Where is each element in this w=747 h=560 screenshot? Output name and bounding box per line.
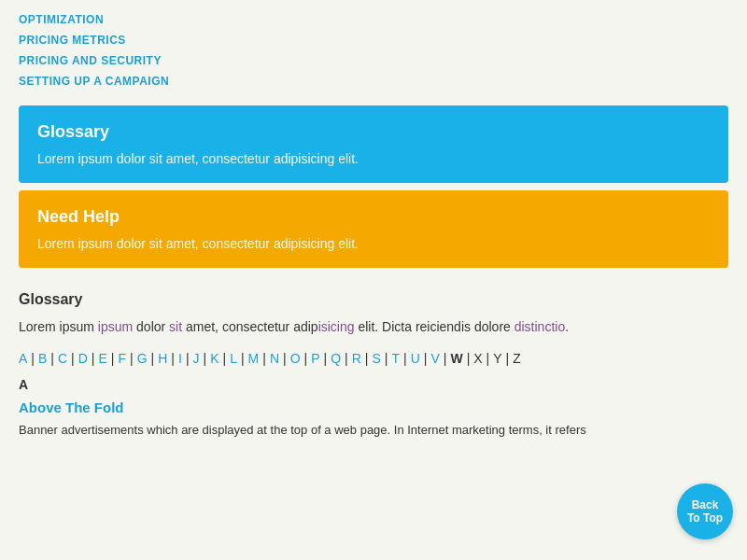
nav-link-pricing-security[interactable]: PRICING AND SECURITY xyxy=(19,50,728,71)
alpha-a[interactable]: A xyxy=(19,351,27,366)
alpha-m[interactable]: M xyxy=(248,351,260,366)
alpha-k[interactable]: K xyxy=(210,351,218,366)
back-to-top-button[interactable]: Back To Top xyxy=(677,483,733,539)
alpha-y: Y xyxy=(493,351,501,366)
need-help-card-title: Need Help xyxy=(37,207,710,227)
glossary-desc-word3: isicing xyxy=(318,319,355,334)
alpha-t[interactable]: T xyxy=(391,351,400,366)
alpha-o[interactable]: O xyxy=(290,351,301,366)
alpha-i[interactable]: I xyxy=(178,351,182,366)
alpha-x: X xyxy=(473,351,482,366)
glossary-card-text: Lorem ipsum dolor sit amet, consectetur … xyxy=(37,151,710,166)
alpha-n[interactable]: N xyxy=(270,351,279,366)
nav-link-optimization[interactable]: OPTIMIZATION xyxy=(19,9,728,30)
alpha-e[interactable]: E xyxy=(99,351,107,366)
glossary-description: Lorem ipsum ipsum dolor sit amet, consec… xyxy=(19,317,728,337)
alpha-d[interactable]: D xyxy=(78,351,88,366)
alpha-l[interactable]: L xyxy=(230,351,237,366)
alpha-g[interactable]: G xyxy=(137,351,148,366)
alpha-h[interactable]: H xyxy=(158,351,167,366)
need-help-card: Need Help Lorem ipsum dolor sit amet, co… xyxy=(19,190,728,268)
glossary-term-title[interactable]: Above The Fold xyxy=(19,399,728,415)
alpha-c[interactable]: C xyxy=(58,351,67,366)
alpha-s[interactable]: S xyxy=(372,351,380,366)
nav-link-pricing-metrics[interactable]: PRICING METRICS xyxy=(19,30,728,50)
glossary-desc-word2: sit xyxy=(169,319,182,334)
glossary-term-definition: Banner advertisements which are displaye… xyxy=(19,421,728,440)
need-help-card-text: Lorem ipsum dolor sit amet, consectetur … xyxy=(37,236,710,251)
nav-link-campaign[interactable]: SETTING UP A CAMPAIGN xyxy=(19,71,728,91)
alpha-r[interactable]: R xyxy=(352,351,361,366)
glossary-desc-word1: ipsum xyxy=(98,319,133,334)
glossary-desc-word4: distinctio xyxy=(514,319,565,334)
cards-section: Glossary Lorem ipsum dolor sit amet, con… xyxy=(0,96,747,277)
alpha-j[interactable]: J xyxy=(193,351,200,366)
glossary-current-letter: A xyxy=(19,377,728,392)
alphabet-nav: A | B | C | D | E | F | G | H | I | J | … xyxy=(19,351,728,366)
alpha-f[interactable]: F xyxy=(118,351,126,366)
glossary-section-title: Glossary xyxy=(19,291,728,308)
glossary-section: Glossary Lorem ipsum ipsum dolor sit ame… xyxy=(0,277,747,440)
back-to-top-line1: Back xyxy=(692,498,719,511)
alpha-u[interactable]: U xyxy=(411,351,420,366)
alpha-b[interactable]: B xyxy=(38,351,47,366)
glossary-card: Glossary Lorem ipsum dolor sit amet, con… xyxy=(19,105,728,183)
alpha-v[interactable]: V xyxy=(430,351,439,366)
alpha-p[interactable]: P xyxy=(311,351,319,366)
nav-links: OPTIMIZATION PRICING METRICS PRICING AND… xyxy=(0,0,747,96)
alpha-z: Z xyxy=(513,351,521,366)
back-to-top-line2: To Top xyxy=(687,511,723,525)
alpha-w[interactable]: W xyxy=(450,351,462,366)
glossary-card-title: Glossary xyxy=(37,122,710,142)
alpha-q[interactable]: Q xyxy=(331,351,341,366)
